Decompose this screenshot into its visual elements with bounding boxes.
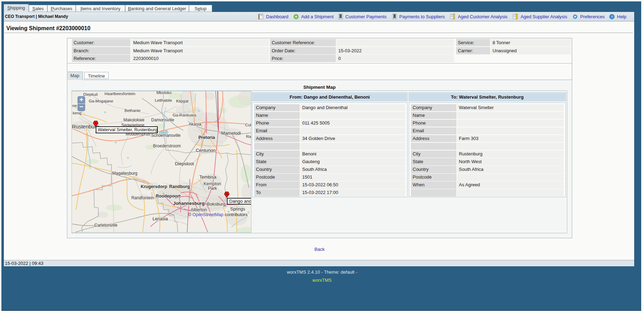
svg-text:Akasia: Akasia <box>189 122 201 127</box>
svg-text:Diepsloot: Diepsloot <box>175 161 194 166</box>
svg-text:ne: ne <box>73 103 77 108</box>
svg-text:Randburg: Randburg <box>169 184 190 189</box>
svg-text:Roodepoort: Roodepoort <box>156 194 181 199</box>
svg-text:Krugersdorp: Krugersdorp <box>141 184 167 189</box>
svg-text:© OpenStreetMap contributors: © OpenStreetMap contributors <box>188 212 248 217</box>
svg-text:Damonsville: Damonsville <box>151 118 174 122</box>
svg-text:Alberton: Alberton <box>191 207 207 212</box>
svg-text:Broederstroom: Broederstroom <box>153 143 181 148</box>
svg-text:Haartbeesfontein: Haartbeesfontein <box>104 92 135 96</box>
svg-text:Schoemansville: Schoemansville <box>151 133 181 138</box>
svg-text:Park: Park <box>208 186 217 191</box>
svg-text:Boksburg: Boksburg <box>207 202 225 207</box>
svg-text:Tembisa: Tembisa <box>199 174 217 180</box>
svg-text:Ga-Rankuwa: Ga-Rankuwa <box>172 113 196 117</box>
svg-text:Johannesburg: Johannesburg <box>173 201 205 206</box>
svg-text:Carletonville: Carletonville <box>94 223 117 228</box>
svg-text:Magaliesburg: Magaliesburg <box>112 171 137 176</box>
svg-text:Ga-Mogajane: Ga-Mogajane <box>89 99 113 103</box>
svg-text:Letlhabile: Letlhabile <box>155 98 172 102</box>
svg-text:Ra: Ra <box>246 134 251 139</box>
svg-text:Mamelodi: Mamelodi <box>221 131 241 136</box>
svg-text:Pretoria: Pretoria <box>198 135 215 140</box>
svg-text:Mboloko: Mboloko <box>156 91 171 95</box>
svg-text:?: ? <box>611 15 613 19</box>
svg-text:keng: keng <box>73 111 82 115</box>
svg-text:Makolokwe: Makolokwe <box>123 118 144 122</box>
svg-text:Bethanie: Bethanie <box>124 108 140 113</box>
svg-text:Centurion: Centurion <box>196 148 215 153</box>
svg-text:Randfontein: Randfontein <box>131 195 154 200</box>
svg-text:Diepkuil: Diepkuil <box>83 92 98 96</box>
svg-text:Springs: Springs <box>230 207 245 212</box>
svg-text:Cul: Cul <box>245 123 251 127</box>
svg-text:Lenasia: Lenasia <box>152 216 168 221</box>
svg-text:Klipgat: Klipgat <box>176 99 189 103</box>
